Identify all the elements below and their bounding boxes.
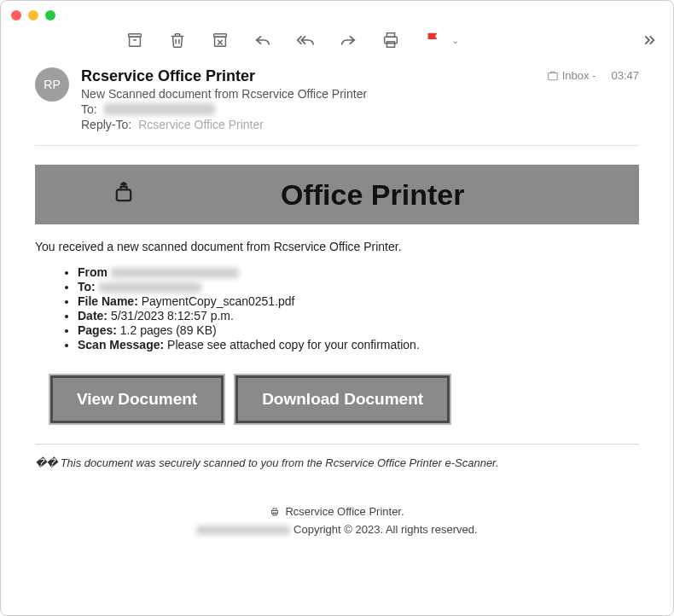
svg-rect-1 — [130, 37, 141, 46]
banner: Office Printer — [35, 165, 639, 224]
window-titlebar — [1, 1, 673, 30]
list-item: Pages: 1.2 pages (89 KB) — [78, 323, 639, 337]
body-divider — [35, 444, 639, 445]
forward-icon[interactable] — [339, 31, 357, 49]
svg-rect-9 — [386, 42, 394, 47]
archive-icon[interactable] — [125, 31, 144, 49]
to-value-redacted — [104, 103, 215, 115]
trash-icon[interactable] — [168, 31, 187, 49]
to-label: To: — [81, 102, 97, 116]
window-close-button[interactable] — [11, 10, 21, 20]
download-document-button[interactable]: Download Document — [235, 375, 450, 423]
svg-rect-13 — [273, 508, 276, 511]
footer-redacted — [196, 526, 290, 535]
print-icon[interactable] — [381, 31, 400, 49]
avatar: RP — [35, 67, 69, 102]
email-body: Office Printer You received a new scanne… — [1, 146, 673, 547]
reply-all-icon[interactable] — [296, 31, 315, 49]
junk-icon[interactable] — [211, 31, 230, 49]
list-item: File Name: PaymentCopy_scan0251.pdf — [78, 294, 639, 308]
window-minimize-button[interactable] — [28, 10, 38, 20]
email-subject: New Scanned document from Rcservice Offi… — [81, 87, 535, 101]
svg-rect-10 — [548, 73, 557, 79]
toolbar: ⌄ — [1, 30, 673, 55]
banner-title: Office Printer — [281, 178, 464, 212]
reply-to-value: Rcservice Office Printer — [138, 118, 264, 131]
folder-indicator[interactable]: Inbox - — [547, 69, 596, 82]
list-item: To: — [78, 280, 639, 293]
flag-menu-chevron-icon[interactable]: ⌄ — [451, 35, 459, 46]
footer-line2: Copyright © 2023. All rights reserved. — [293, 523, 478, 536]
list-item: Scan Message: Please see attached copy f… — [78, 338, 639, 352]
reply-icon[interactable] — [253, 31, 272, 49]
reply-to-label: Reply-To: — [81, 118, 131, 131]
email-time: 03:47 — [611, 69, 639, 82]
sender-name: Rcservice Office Printer — [81, 67, 535, 85]
view-document-button[interactable]: View Document — [50, 375, 224, 423]
printer-small-icon — [270, 507, 280, 517]
svg-rect-11 — [117, 189, 131, 200]
flag-icon[interactable] — [424, 31, 443, 49]
list-item: From — [78, 265, 639, 279]
printer-out-icon — [112, 182, 136, 208]
secure-note: �� This document was securely scanned to… — [35, 456, 639, 469]
svg-rect-12 — [272, 510, 278, 514]
more-icon[interactable] — [639, 31, 658, 49]
footer: Rcservice Office Printer. Copyright © 20… — [35, 503, 639, 538]
list-item: Date: 5/31/2023 8:12:57 p.m. — [78, 309, 639, 323]
svg-rect-14 — [273, 513, 276, 515]
folder-name: Inbox - — [562, 69, 596, 82]
email-header: RP Rcservice Office Printer New Scanned … — [1, 55, 673, 140]
folder-icon — [547, 70, 559, 82]
window-zoom-button[interactable] — [45, 10, 55, 20]
intro-text: You received a new scanned document from… — [35, 240, 639, 253]
footer-line1: Rcservice Office Printer. — [285, 503, 404, 520]
details-list: From To: File Name: PaymentCopy_scan0251… — [35, 265, 639, 352]
